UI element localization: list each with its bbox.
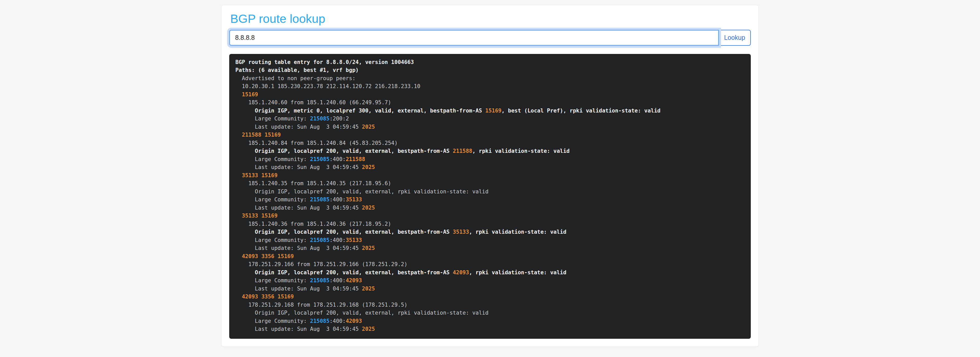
terminal-line: Last update: Sun Aug 3 04:59:45 2025 xyxy=(235,124,375,130)
terminal-line: 185.1.240.35 from 185.1.240.35 (217.18.9… xyxy=(235,180,391,186)
bgp-output-terminal: BGP routing table entry for 8.8.8.0/24, … xyxy=(229,54,751,339)
terminal-line: 10.20.30.1 185.230.223.78 212.114.120.72… xyxy=(235,83,420,89)
terminal-line: 178.251.29.168 from 178.251.29.168 (178.… xyxy=(235,302,407,308)
terminal-line: Last update: Sun Aug 3 04:59:45 2025 xyxy=(235,326,375,332)
terminal-line: Origin IGP, localpref 200, valid, extern… xyxy=(235,269,566,276)
lookup-form: Lookup xyxy=(229,30,751,46)
terminal-line: 35133 15169 xyxy=(235,213,277,219)
terminal-line: 42093 3356 15169 xyxy=(235,293,294,300)
terminal-line: Origin IGP, metric 0, localpref 300, val… xyxy=(235,108,660,114)
terminal-line: 35133 15169 xyxy=(235,172,277,178)
terminal-line: Origin IGP, localpref 200, valid, extern… xyxy=(235,310,488,316)
terminal-line: Last update: Sun Aug 3 04:59:45 2025 xyxy=(235,285,375,292)
terminal-line: Advertised to non peer-group peers: xyxy=(235,75,355,81)
page-title: BGP route lookup xyxy=(230,11,750,27)
terminal-line: BGP routing table entry for 8.8.8.0/24, … xyxy=(235,59,414,65)
terminal-line: Large Community: 215085:400:35133 xyxy=(235,237,362,243)
ip-address-input[interactable] xyxy=(229,30,719,46)
terminal-line: 15169 xyxy=(235,91,258,97)
terminal-line: Large Community: 215085:200:2 xyxy=(235,116,349,122)
terminal-line: Paths: (6 available, best #1, vrf bgp) xyxy=(235,67,359,73)
terminal-line: Origin IGP, localpref 200, valid, extern… xyxy=(235,229,566,235)
lookup-button[interactable]: Lookup xyxy=(718,30,751,46)
terminal-line: Origin IGP, localpref 200, valid, extern… xyxy=(235,148,570,154)
terminal-line: Last update: Sun Aug 3 04:59:45 2025 xyxy=(235,245,375,251)
terminal-line: Large Community: 215085:400:42093 xyxy=(235,277,362,284)
terminal-line: Last update: Sun Aug 3 04:59:45 2025 xyxy=(235,164,375,170)
terminal-line: 185.1.240.36 from 185.1.240.36 (217.18.9… xyxy=(235,221,391,227)
terminal-line: Large Community: 215085:400:211588 xyxy=(235,156,365,162)
terminal-line: Large Community: 215085:400:42093 xyxy=(235,318,362,324)
terminal-line: Origin IGP, localpref 200, valid, extern… xyxy=(235,188,488,195)
terminal-line: 185.1.240.84 from 185.1.240.84 (45.83.20… xyxy=(235,140,398,146)
terminal-line: 178.251.29.166 from 178.251.29.166 (178.… xyxy=(235,261,407,267)
terminal-line: 185.1.240.60 from 185.1.240.60 (66.249.9… xyxy=(235,99,391,105)
terminal-line: Last update: Sun Aug 3 04:59:45 2025 xyxy=(235,205,375,211)
terminal-line: Large Community: 215085:400:35133 xyxy=(235,196,362,202)
terminal-line: 211588 15169 xyxy=(235,132,281,138)
lookup-card: BGP route lookup Lookup BGP routing tabl… xyxy=(221,5,759,347)
terminal-line: 42093 3356 15169 xyxy=(235,253,294,260)
